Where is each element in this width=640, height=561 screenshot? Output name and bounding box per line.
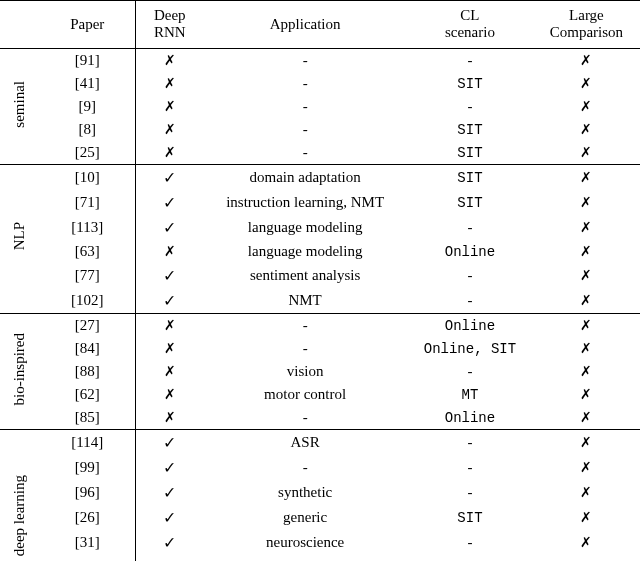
paper-ref: [113] — [39, 215, 136, 240]
table-row: [41]✗-SIT✗ — [0, 72, 640, 95]
table-row: [84]✗-Online, SIT✗ — [0, 337, 640, 360]
deep-rnn-cell: ✗ — [136, 360, 204, 383]
deep-rnn-cell: ✓ — [136, 530, 204, 555]
application-cell: vision — [203, 360, 407, 383]
header-large-comparison: LargeComparison — [533, 1, 640, 49]
cl-scenario-cell: Online — [407, 240, 533, 263]
deep-rnn-cell: ✗ — [136, 95, 204, 118]
cl-scenario-cell: - — [407, 288, 533, 314]
application-cell: NMT — [203, 288, 407, 314]
table-row: [26]✓genericSIT✗ — [0, 505, 640, 530]
table-row: [71]✓instruction learning, NMTSIT✗ — [0, 190, 640, 215]
cl-scenario-cell: - — [407, 429, 533, 455]
paper-ref: [33] — [39, 555, 136, 562]
cl-scenario-cell: SIT — [407, 118, 533, 141]
application-cell: sentiment analysis — [203, 263, 407, 288]
deep-rnn-cell: ✗ — [136, 383, 204, 406]
paper-ref: [99] — [39, 455, 136, 480]
table-row: deep learning[114]✓ASR-✗ — [0, 429, 640, 455]
paper-ref: [114] — [39, 429, 136, 455]
deep-rnn-cell: ✗ — [136, 118, 204, 141]
large-comparison-cell: ✗ — [533, 406, 640, 430]
paper-ref: [102] — [39, 288, 136, 314]
large-comparison-cell: ✓ — [533, 555, 640, 562]
table-row: [63]✗language modelingOnline✗ — [0, 240, 640, 263]
large-comparison-cell: ✗ — [533, 337, 640, 360]
header-application: Application — [203, 1, 407, 49]
table-row: [85]✗-Online✗ — [0, 406, 640, 430]
cl-scenario-cell: - — [407, 95, 533, 118]
cl-scenario-cell: - — [407, 360, 533, 383]
large-comparison-cell: ✗ — [533, 240, 640, 263]
application-cell: - — [203, 95, 407, 118]
paper-ref: [9] — [39, 95, 136, 118]
cl-scenario-cell: MT — [407, 555, 533, 562]
deep-rnn-cell: ✗ — [136, 406, 204, 430]
large-comparison-cell: ✗ — [533, 263, 640, 288]
large-comparison-cell: ✗ — [533, 313, 640, 337]
table-row: NLP[10]✓domain adaptationSIT✗ — [0, 164, 640, 190]
header-deep-rnn: DeepRNN — [136, 1, 204, 49]
table-row: [25]✗-SIT✗ — [0, 141, 640, 165]
deep-rnn-cell: ✓ — [136, 164, 204, 190]
paper-ref: [71] — [39, 190, 136, 215]
paper-ref: [88] — [39, 360, 136, 383]
large-comparison-cell: ✗ — [533, 429, 640, 455]
deep-rnn-cell: ✓ — [136, 505, 204, 530]
header-cl-scenario: CLscenario — [407, 1, 533, 49]
table-row: [99]✓--✗ — [0, 455, 640, 480]
large-comparison-cell: ✗ — [533, 505, 640, 530]
table-row: [113]✓language modeling-✗ — [0, 215, 640, 240]
application-cell: - — [203, 72, 407, 95]
application-cell: synthetic — [203, 480, 407, 505]
deep-rnn-cell: ✓ — [136, 288, 204, 314]
cl-scenario-cell: SIT — [407, 164, 533, 190]
header-paper: Paper — [39, 1, 136, 49]
large-comparison-cell: ✗ — [533, 95, 640, 118]
paper-ref: [77] — [39, 263, 136, 288]
paper-ref: [8] — [39, 118, 136, 141]
table-row: [31]✓neuroscience-✗ — [0, 530, 640, 555]
paper-ref: [62] — [39, 383, 136, 406]
paper-ref: [63] — [39, 240, 136, 263]
application-cell: - — [203, 118, 407, 141]
application-cell: domain adaptation — [203, 164, 407, 190]
paper-ref: [84] — [39, 337, 136, 360]
cl-scenario-cell: Online — [407, 406, 533, 430]
deep-rnn-cell: ✓ — [136, 190, 204, 215]
table-row: seminal[91]✗--✗ — [0, 48, 640, 72]
deep-rnn-cell: ✓ — [136, 215, 204, 240]
large-comparison-cell: ✗ — [533, 164, 640, 190]
cl-scenario-cell: - — [407, 48, 533, 72]
deep-rnn-cell: ✗ — [136, 72, 204, 95]
large-comparison-cell: ✗ — [533, 215, 640, 240]
paper-ref: [31] — [39, 530, 136, 555]
application-cell: - — [203, 48, 407, 72]
application-cell: language modeling — [203, 240, 407, 263]
deep-rnn-cell: ✓ — [136, 555, 204, 562]
application-cell: - — [203, 337, 407, 360]
application-cell: generic — [203, 505, 407, 530]
paper-ref: [26] — [39, 505, 136, 530]
table-row: [9]✗--✗ — [0, 95, 640, 118]
group-label: NLP — [0, 164, 39, 313]
deep-rnn-cell: ✓ — [136, 429, 204, 455]
paper-ref: [96] — [39, 480, 136, 505]
large-comparison-cell: ✗ — [533, 455, 640, 480]
deep-rnn-cell: ✗ — [136, 337, 204, 360]
paper-ref: [10] — [39, 164, 136, 190]
table-row: [102]✓NMT-✗ — [0, 288, 640, 314]
large-comparison-cell: ✗ — [533, 118, 640, 141]
group-label: bio-inspired — [0, 313, 39, 429]
table-row: bio-inspired[27]✗-Online✗ — [0, 313, 640, 337]
comparison-table: Paper DeepRNN Application CLscenario Lar… — [0, 0, 640, 561]
cl-scenario-cell: - — [407, 530, 533, 555]
large-comparison-cell: ✗ — [533, 48, 640, 72]
group-label: deep learning — [0, 429, 39, 561]
application-cell: neuroscience — [203, 530, 407, 555]
cl-scenario-cell: Online, SIT — [407, 337, 533, 360]
deep-rnn-cell: ✗ — [136, 313, 204, 337]
application-cell: motor control — [203, 383, 407, 406]
large-comparison-cell: ✗ — [533, 383, 640, 406]
cl-scenario-cell: - — [407, 455, 533, 480]
